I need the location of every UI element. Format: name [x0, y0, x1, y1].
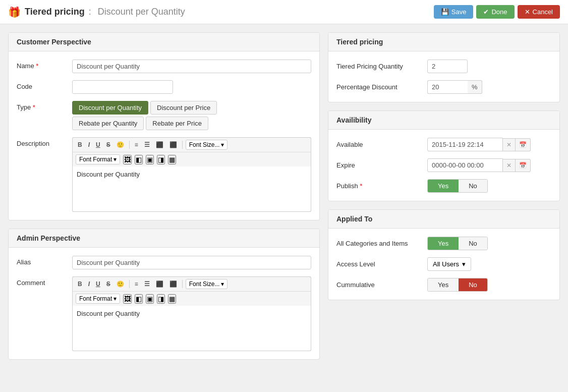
publish-toggle-wrap: Yes No: [427, 179, 551, 193]
italic-button[interactable]: I: [86, 140, 92, 149]
save-label: Save: [451, 8, 467, 16]
top-bar: 🎁 Tiered pricing : Discount per Quantity…: [0, 0, 568, 24]
comment-chevron-down-icon: ▾: [221, 281, 224, 288]
all-categories-yes-button[interactable]: Yes: [428, 237, 459, 250]
name-input[interactable]: [72, 60, 311, 73]
code-input[interactable]: [72, 80, 173, 94]
comment-underline-button[interactable]: U: [94, 279, 102, 289]
comment-editor-area[interactable]: Discount per Quantity: [72, 306, 311, 351]
strikethrough-button[interactable]: S: [104, 140, 112, 149]
subtitle-text: Discount per Quantity: [98, 7, 185, 17]
font-size-button[interactable]: Font Size... ▾: [186, 140, 228, 150]
done-button[interactable]: ✔ Done: [476, 5, 514, 19]
comment-bold-button[interactable]: B: [76, 279, 84, 289]
align-l-btn[interactable]: ◧: [135, 155, 143, 164]
align-c-btn[interactable]: ▣: [146, 155, 154, 164]
alias-row: Alias: [17, 256, 311, 269]
available-calendar-button[interactable]: 📅: [516, 138, 531, 151]
cummulative-toggle-wrap: Yes No: [427, 278, 551, 292]
type-rebate-price-button[interactable]: Rebate per Price: [146, 117, 208, 130]
comment-image-button[interactable]: 🖼: [123, 294, 132, 304]
publish-no-button[interactable]: No: [459, 180, 487, 192]
expire-clear-button[interactable]: ✕: [503, 159, 516, 172]
bold-button[interactable]: B: [76, 140, 84, 149]
admin-perspective-header: Admin Perspective: [9, 229, 319, 248]
comment-toolbar-sep-1: [129, 280, 130, 288]
comment-align-center-button[interactable]: ⬛: [167, 279, 179, 289]
available-clear-button[interactable]: ✕: [503, 138, 516, 151]
comment-ol-button[interactable]: ≡: [133, 279, 140, 289]
comment-toolbar: B I U S 🙂 ≡ ☰ ⬛ ⬛ Font Siz: [72, 276, 311, 291]
gift-icon: 🎁: [8, 6, 21, 18]
comment-align-r-btn[interactable]: ◨: [157, 294, 165, 304]
description-text: Discount per Quantity: [77, 171, 140, 178]
description-editor-wrap: B I U S 🙂 ≡ ☰ ⬛ ⬛ Font Siz: [72, 137, 311, 212]
applied-to-title: Applied To: [336, 215, 372, 223]
type-row: Type * Discount per Quantity Discount pe…: [17, 101, 311, 130]
save-button[interactable]: 💾 Save: [434, 5, 474, 19]
expire-input[interactable]: [427, 158, 503, 172]
comment-font-format-button[interactable]: Font Format ▾: [76, 294, 120, 304]
expire-date-wrap: ✕ 📅: [427, 158, 531, 172]
available-row: Available ✕ 📅: [336, 138, 551, 151]
expire-row: Expire ✕ 📅: [336, 158, 551, 172]
smiley-button[interactable]: 🙂: [115, 140, 126, 149]
availibility-panel: Availibility Available ✕ 📅: [328, 110, 560, 201]
save-icon: 💾: [441, 8, 449, 16]
comment-strikethrough-button[interactable]: S: [104, 279, 112, 289]
comment-chevron-down-icon-2: ▾: [113, 295, 117, 302]
cummulative-yes-button[interactable]: Yes: [428, 278, 459, 291]
comment-align-left-button[interactable]: ⬛: [154, 279, 165, 289]
alias-label: Alias: [17, 256, 72, 266]
expire-calendar-button[interactable]: 📅: [516, 159, 531, 172]
percentage-label: Percentage Discount: [336, 83, 427, 91]
expire-value-wrap: ✕ 📅: [427, 158, 551, 172]
comment-text: Discount per Quantity: [77, 310, 140, 317]
all-categories-toggle-wrap: Yes No: [427, 237, 551, 250]
quantity-row: Tiered Pricing Quantity: [336, 60, 551, 73]
access-level-text: All Users: [433, 260, 459, 268]
all-categories-label: All Categories and Items: [336, 240, 427, 247]
comment-font-size-button[interactable]: Font Size... ▾: [186, 279, 228, 289]
justify-btn[interactable]: ▦: [168, 155, 176, 164]
check-icon: ✔: [483, 8, 489, 16]
ol-button[interactable]: ≡: [133, 140, 140, 149]
comment-smiley-button[interactable]: 🙂: [115, 279, 126, 289]
ul-button[interactable]: ☰: [142, 140, 152, 149]
title-text: Tiered pricing: [25, 7, 85, 17]
access-level-label: Access Level: [336, 260, 427, 268]
cancel-button[interactable]: ✕ Cancel: [518, 5, 560, 19]
all-categories-no-button[interactable]: No: [459, 237, 487, 250]
publish-yes-button[interactable]: Yes: [428, 180, 459, 192]
available-input[interactable]: [427, 138, 503, 151]
font-format-button[interactable]: Font Format ▾: [76, 154, 120, 164]
publish-toggle: Yes No: [427, 179, 488, 193]
applied-to-panel: Applied To All Categories and Items Yes …: [328, 209, 560, 300]
cummulative-no-button[interactable]: No: [459, 278, 487, 291]
customer-perspective-header: Customer Perspective: [9, 33, 319, 51]
cummulative-toggle: Yes No: [427, 278, 488, 292]
underline-button[interactable]: U: [94, 140, 102, 149]
quantity-input[interactable]: [427, 60, 468, 73]
all-categories-row: All Categories and Items Yes No: [336, 237, 551, 250]
image-button[interactable]: 🖼: [123, 155, 132, 164]
percentage-value-wrap: %: [427, 80, 551, 94]
comment-editor-wrap: B I U S 🙂 ≡ ☰ ⬛ ⬛ Font Siz: [72, 276, 311, 351]
type-discount-quantity-button[interactable]: Discount per Quantity: [72, 101, 148, 115]
comment-italic-button[interactable]: I: [86, 279, 92, 289]
align-r-btn[interactable]: ◨: [157, 155, 165, 164]
percentage-input[interactable]: [427, 80, 468, 94]
description-toolbar: B I U S 🙂 ≡ ☰ ⬛ ⬛ Font Siz: [72, 137, 311, 152]
align-center-button[interactable]: ⬛: [167, 140, 179, 149]
customer-perspective-panel: Customer Perspective Name * Code: [8, 32, 320, 220]
comment-align-l-btn[interactable]: ◧: [135, 294, 143, 304]
comment-align-c-btn[interactable]: ▣: [146, 294, 154, 304]
description-editor-area[interactable]: Discount per Quantity: [72, 166, 311, 212]
comment-ul-button[interactable]: ☰: [142, 279, 152, 289]
alias-input[interactable]: [72, 256, 311, 269]
type-discount-price-button[interactable]: Discount per Price: [150, 101, 217, 115]
comment-justify-btn[interactable]: ▦: [168, 294, 176, 304]
align-left-button[interactable]: ⬛: [154, 140, 165, 149]
type-rebate-quantity-button[interactable]: Rebate per Quantity: [72, 117, 144, 130]
access-level-dropdown[interactable]: All Users ▾: [427, 257, 471, 271]
